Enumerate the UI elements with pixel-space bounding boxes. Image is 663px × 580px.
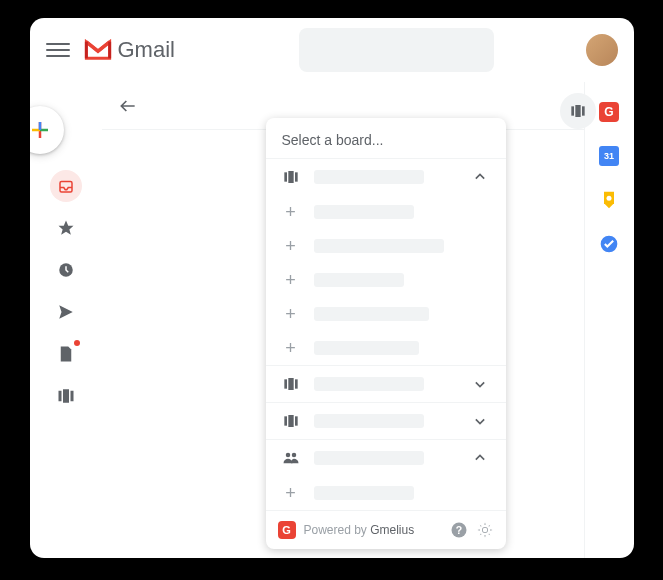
calendar-icon[interactable]: 31 (599, 146, 619, 166)
svg-rect-7 (571, 106, 574, 115)
dropdown-title: Select a board... (266, 118, 506, 158)
chevron-up-icon (470, 167, 490, 187)
app-name: Gmail (118, 37, 175, 63)
plus-icon: + (282, 305, 300, 323)
add-board-item[interactable]: + (266, 229, 506, 263)
right-sidebar: G 31 (584, 82, 634, 558)
plus-icon (30, 118, 52, 142)
star-icon (57, 219, 75, 237)
svg-rect-17 (288, 415, 293, 427)
avatar[interactable] (586, 34, 618, 66)
svg-point-23 (482, 528, 487, 533)
keep-icon[interactable] (599, 190, 619, 210)
svg-rect-18 (295, 416, 298, 425)
back-button[interactable] (118, 96, 138, 116)
board-group-1[interactable] (266, 158, 506, 195)
gmail-logo[interactable]: Gmail (84, 37, 175, 63)
chevron-up-icon (470, 448, 490, 468)
board-name-placeholder (314, 377, 424, 391)
people-icon (282, 449, 300, 467)
gmelius-sidebar-icon[interactable]: G (599, 102, 619, 122)
svg-text:?: ? (455, 524, 461, 536)
sent-icon (57, 303, 75, 321)
powered-by-text: Powered by Gmelius (304, 523, 442, 537)
svg-rect-11 (288, 171, 293, 183)
plus-icon: + (282, 271, 300, 289)
svg-rect-4 (70, 391, 73, 402)
nav-drafts[interactable] (50, 338, 82, 370)
plus-icon: + (282, 203, 300, 221)
svg-rect-13 (284, 379, 287, 388)
svg-rect-8 (575, 105, 580, 117)
plus-icon: + (282, 237, 300, 255)
svg-rect-2 (58, 391, 61, 402)
chevron-down-icon (470, 374, 490, 394)
compose-button[interactable] (30, 106, 64, 154)
clock-icon (57, 261, 75, 279)
tasks-icon[interactable] (599, 234, 619, 254)
svg-rect-12 (295, 172, 298, 181)
svg-point-20 (291, 453, 296, 458)
gmelius-icon: G (278, 521, 296, 539)
help-icon[interactable]: ? (450, 521, 468, 539)
nav-snoozed[interactable] (50, 254, 82, 286)
board-name-placeholder (314, 341, 419, 355)
board-group-3[interactable] (266, 402, 506, 439)
drafts-icon (58, 345, 74, 363)
app-window: Gmail (30, 18, 634, 558)
nav-starred[interactable] (50, 212, 82, 244)
inbox-icon (57, 177, 75, 195)
add-board-item[interactable]: + (266, 297, 506, 331)
add-board-item[interactable]: + (266, 195, 506, 229)
chevron-down-icon (470, 411, 490, 431)
header: Gmail (30, 18, 634, 82)
board-group-shared[interactable] (266, 439, 506, 476)
settings-icon[interactable] (476, 521, 494, 539)
board-name-placeholder (314, 170, 424, 184)
board-icon (282, 375, 300, 393)
gmail-icon (84, 39, 112, 61)
board-icon (570, 105, 586, 117)
plus-icon: + (282, 484, 300, 502)
svg-point-5 (607, 196, 612, 201)
menu-button[interactable] (46, 38, 70, 62)
board-name-placeholder (314, 414, 424, 428)
board-name-placeholder (314, 239, 444, 253)
search-input[interactable] (299, 28, 494, 72)
board-name-placeholder (314, 307, 429, 321)
board-name-placeholder (314, 486, 414, 500)
add-board-item[interactable]: + (266, 331, 506, 365)
board-selector-button[interactable] (560, 93, 596, 129)
nav-sent[interactable] (50, 296, 82, 328)
dropdown-footer: G Powered by Gmelius ? (266, 510, 506, 549)
svg-rect-14 (288, 378, 293, 390)
boards-nav-icon (57, 389, 75, 403)
board-name-placeholder (314, 451, 424, 465)
board-dropdown: Select a board... + + + + + (266, 118, 506, 549)
drafts-badge (74, 340, 80, 346)
board-icon (282, 168, 300, 186)
svg-rect-3 (63, 389, 69, 403)
svg-rect-15 (295, 379, 298, 388)
board-name-placeholder (314, 205, 414, 219)
board-group-2[interactable] (266, 365, 506, 402)
plus-icon: + (282, 339, 300, 357)
svg-rect-9 (582, 106, 585, 115)
nav-boards[interactable] (50, 380, 82, 412)
svg-rect-16 (284, 416, 287, 425)
board-icon (282, 412, 300, 430)
add-board-item[interactable]: + (266, 476, 506, 510)
svg-point-19 (285, 453, 290, 458)
board-name-placeholder (314, 273, 404, 287)
left-sidebar (30, 82, 102, 558)
svg-rect-10 (284, 172, 287, 181)
add-board-item[interactable]: + (266, 263, 506, 297)
nav-inbox[interactable] (50, 170, 82, 202)
